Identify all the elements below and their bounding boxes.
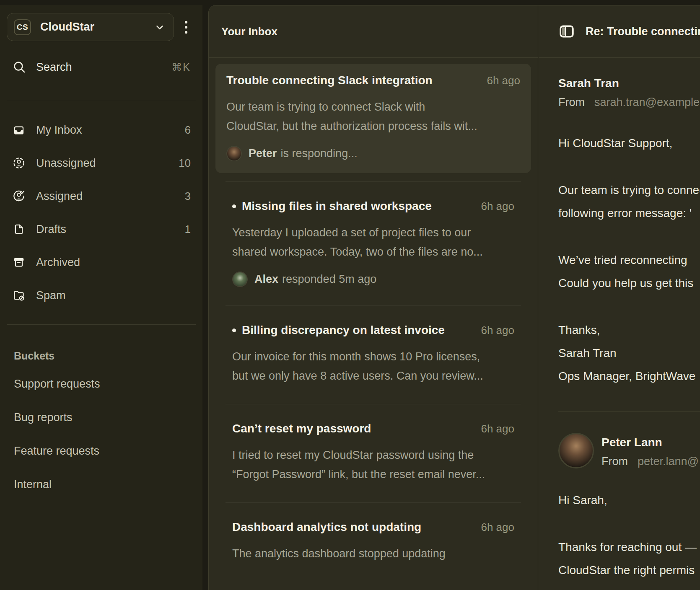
conversation-item[interactable]: Can’t reset my password 6h ago I tried t…: [226, 404, 521, 502]
conversation-time: 6h ago: [481, 324, 514, 337]
from-label: From: [558, 96, 585, 109]
unread-dot: [232, 329, 236, 332]
message-line: Ops Manager, BrightWave: [558, 365, 700, 388]
message-sender-name: Peter Lann: [601, 435, 699, 450]
sidebar-item-spam[interactable]: Spam: [7, 284, 196, 307]
search-shortcut: ⌘K: [171, 61, 191, 73]
activity-status-text: responded 5m ago: [282, 273, 376, 286]
unassigned-icon: [13, 157, 25, 169]
avatar: [232, 272, 248, 287]
sidebar-item-count: 1: [185, 223, 191, 236]
message-body: Hi CloudStar Support, Our team is trying…: [558, 132, 700, 388]
workspace-row: CS CloudStar: [7, 13, 196, 41]
message: Peter Lann From peter.lann@ Hi Sarah, Th…: [539, 412, 700, 582]
conversation-time: 6h ago: [487, 74, 520, 87]
main-panel: Your Inbox Trouble connecting Slack inte…: [208, 5, 700, 590]
detail-subject: Re: Trouble connecting Slack integration: [586, 25, 700, 38]
conversation-time: 6h ago: [481, 200, 514, 213]
message-line: CloudStar the right permis: [558, 559, 700, 582]
inbox-header: Your Inbox: [209, 5, 538, 58]
conversation-item[interactable]: Dashboard analytics not updating 6h ago …: [226, 502, 521, 582]
search-icon: [13, 60, 26, 74]
message-line: Could you help us get this: [558, 272, 700, 295]
conversation-preview: CloudStar, but the authorization process…: [226, 116, 520, 136]
message-sender-email: peter.lann@: [638, 455, 699, 468]
sidebar-item-unassigned[interactable]: Unassigned 10: [7, 151, 196, 175]
conversation-title: Can’t reset my password: [232, 422, 371, 435]
message: Sarah Tran From sarah.tran@example.com H…: [539, 58, 700, 388]
sidebar-item-support-requests[interactable]: Support requests: [7, 372, 196, 396]
conversation-preview: Yesterday I uploaded a set of project fi…: [232, 223, 514, 242]
message-sender-email: sarah.tran@example.com: [594, 96, 700, 109]
conversation-preview: shared workspace. Today, two of the file…: [232, 242, 514, 261]
detail-header: Re: Trouble connecting Slack integration: [539, 5, 700, 58]
activity-status-text: is responding...: [281, 147, 358, 160]
sidebar-item-label: Spam: [36, 289, 66, 302]
search-button[interactable]: Search ⌘K: [7, 54, 196, 80]
conversation-preview: Our team is trying to connect Slack with: [226, 97, 520, 116]
archived-icon: [13, 256, 25, 269]
inbox-icon: [13, 124, 25, 136]
sidebar-item-assigned[interactable]: Assigned 3: [7, 184, 196, 208]
sidebar-item-label: Drafts: [36, 223, 66, 236]
sidebar-item-feature-requests[interactable]: Feature requests: [7, 439, 196, 463]
unread-dot: [232, 204, 236, 208]
sidebar-item-label: My Inbox: [36, 124, 82, 137]
sidebar-nav: My Inbox 6 Unassigned 10: [7, 118, 196, 307]
inbox-title: Your Inbox: [221, 25, 277, 38]
sidebar-divider: [7, 100, 196, 100]
activity-user-name: Peter: [249, 147, 277, 160]
search-label: Search: [36, 61, 72, 74]
conversation-time: 6h ago: [481, 422, 514, 435]
conversation-title: Missing files in shared workspace: [242, 199, 432, 213]
avatar: [226, 146, 242, 161]
message-line: following error message: ': [558, 202, 700, 225]
message-line: Hi Sarah,: [558, 494, 607, 507]
sidebar-item-count: 3: [185, 190, 191, 203]
assigned-icon: [13, 190, 25, 202]
conversation-title: Trouble connecting Slack integration: [226, 74, 433, 87]
conversation-title: Dashboard analytics not updating: [232, 520, 421, 534]
workspace-switcher-button[interactable]: CS CloudStar: [7, 13, 174, 41]
panel-toggle-icon[interactable]: [560, 25, 574, 38]
conversation-list-panel: Your Inbox Trouble connecting Slack inte…: [209, 5, 538, 590]
activity-user-name: Alex: [254, 273, 278, 286]
message-line: Thanks for reaching out —: [558, 536, 700, 559]
conversation-item[interactable]: Billing discrepancy on latest invoice 6h…: [226, 305, 521, 404]
sidebar-item-count: 6: [185, 124, 191, 137]
conversation-title: Billing discrepancy on latest invoice: [242, 323, 445, 337]
sidebar-item-archived[interactable]: Archived: [7, 251, 196, 274]
message-line: Sarah Tran: [558, 342, 700, 365]
conversation-detail-panel: Re: Trouble connecting Slack integration…: [539, 5, 700, 590]
conversation-preview: The analytics dashboard stopped updating: [232, 544, 514, 563]
sidebar-item-count: 10: [179, 157, 191, 170]
message-line: Thanks,: [558, 318, 700, 342]
chevron-down-icon: [154, 22, 165, 33]
drafts-icon: [13, 223, 25, 235]
spam-icon: [13, 289, 25, 302]
buckets-section-title: Buckets: [7, 350, 196, 362]
avatar: [558, 433, 594, 468]
conversation-preview: Our invoice for this month shows 10 Pro …: [232, 347, 514, 366]
message-line: Our team is trying to connect: [558, 179, 700, 202]
workspace-logo: CS: [14, 19, 31, 35]
conversation-preview: but we only have 8 active users. Can you…: [232, 366, 514, 386]
conversation-time: 6h ago: [481, 521, 514, 534]
sidebar: CS CloudStar Search ⌘K My Inbox 6: [0, 5, 202, 590]
workspace-name: CloudStar: [40, 21, 94, 34]
sidebar-item-bug-reports[interactable]: Bug reports: [7, 406, 196, 429]
conversation-preview: I tried to reset my CloudStar password u…: [232, 445, 514, 465]
sidebar-item-drafts[interactable]: Drafts 1: [7, 217, 196, 241]
sidebar-item-label: Unassigned: [36, 157, 96, 170]
kebab-menu-icon[interactable]: [180, 16, 192, 39]
conversation-item-selected[interactable]: Trouble connecting Slack integration 6h …: [215, 64, 531, 173]
sidebar-item-internal[interactable]: Internal: [7, 473, 196, 496]
message-body: Hi Sarah, Thanks for reaching out — Clou…: [558, 489, 700, 582]
sidebar-item-label: Archived: [36, 256, 80, 269]
message-sender-name: Sarah Tran: [558, 76, 700, 91]
sidebar-divider: [7, 324, 196, 325]
from-label: From: [601, 455, 628, 468]
sidebar-item-my-inbox[interactable]: My Inbox 6: [7, 118, 196, 142]
sidebar-item-label: Assigned: [36, 190, 83, 203]
conversation-item[interactable]: Missing files in shared workspace 6h ago…: [226, 181, 521, 305]
